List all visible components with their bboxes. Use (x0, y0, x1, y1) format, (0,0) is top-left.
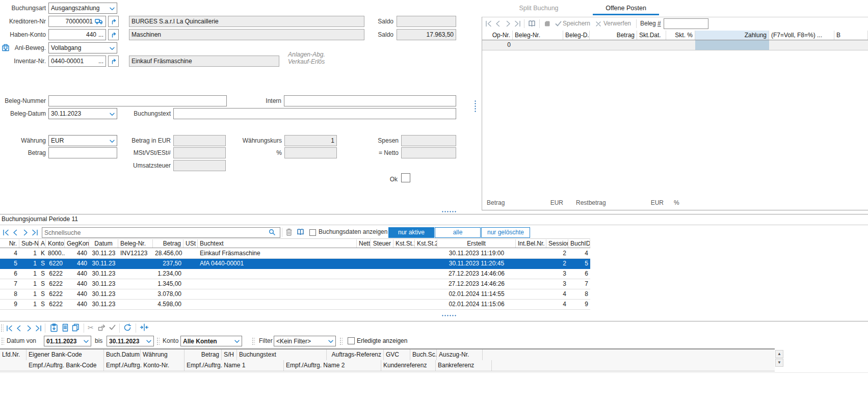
next-page-icon[interactable] (22, 229, 29, 236)
waehrung-select[interactable]: EUR (48, 135, 117, 146)
browse-dots[interactable]: ... (98, 56, 103, 66)
search-icon[interactable] (269, 229, 276, 236)
column-header[interactable]: Lfd.Nr. (0, 349, 27, 360)
chevron-down-icon[interactable] (84, 340, 89, 343)
paste-clipboard-icon[interactable] (50, 323, 58, 332)
ok-checkbox[interactable] (401, 173, 410, 182)
scrollbar-down-button[interactable]: ▼ (775, 359, 783, 367)
column-header[interactable]: Betrag (590, 31, 637, 40)
filter-nur-geloeschte-button[interactable]: nur gelöschte (481, 227, 530, 238)
speichern-button[interactable]: Speichern (563, 20, 590, 27)
chevron-down-icon[interactable] (110, 7, 115, 11)
column-header[interactable]: Int.Bel.Nr. (516, 239, 546, 248)
intern-input[interactable] (284, 95, 456, 106)
ledger-book-icon[interactable] (528, 20, 536, 27)
kreditoren-jump-button[interactable] (108, 16, 119, 27)
refresh-icon[interactable] (123, 323, 131, 332)
konto-select[interactable]: Alle Konten (180, 336, 242, 346)
column-header[interactable]: Währung (141, 349, 185, 360)
journal-row[interactable]: 71S622244030.11.231.345,0027.12.2023 14:… (0, 279, 590, 289)
haben-konto-jump-button[interactable] (108, 29, 119, 40)
scrollbar-up-button[interactable]: ▲ (775, 350, 783, 358)
cut-scissors-icon[interactable]: ✂ (88, 323, 94, 332)
tab-split-buchung[interactable]: Split Buchung (510, 3, 568, 13)
column-header[interactable]: Betrag (185, 349, 222, 360)
delete-trash-icon[interactable] (285, 228, 293, 236)
column-header[interactable]: Kst.St.1 (393, 239, 415, 248)
filter-nur-aktive-button[interactable]: nur aktive (388, 227, 434, 238)
chevron-down-icon[interactable] (234, 340, 240, 343)
attach-document-icon[interactable] (543, 20, 551, 27)
column-header[interactable]: B (834, 31, 868, 40)
save-check-icon[interactable] (555, 21, 562, 26)
filter-grip[interactable] (339, 337, 343, 345)
column-header[interactable]: Nr. (0, 239, 19, 248)
inventar-jump-button[interactable] (108, 56, 119, 67)
column-header[interactable]: Empf./Auftrg. Konto-Nr. (104, 360, 185, 371)
last-record-icon[interactable] (514, 20, 521, 27)
column-header[interactable]: Eigener Bank-Code (27, 349, 104, 360)
last-record-icon[interactable] (35, 325, 42, 332)
filter-select[interactable]: <Kein Filter> (274, 336, 336, 346)
column-header[interactable]: Beleg-D... (563, 31, 590, 40)
column-header[interactable]: Kst.St.2 (415, 239, 437, 248)
confirm-check-icon[interactable] (109, 325, 116, 330)
column-header[interactable]: Beleg-Nr. (513, 31, 563, 40)
beleg-nr-input[interactable] (664, 18, 708, 29)
anl-beweg-select[interactable]: Vollabgang (48, 42, 117, 53)
chevron-down-icon[interactable] (146, 340, 151, 343)
journal-book-icon[interactable] (297, 228, 304, 235)
column-header[interactable]: Buchungstext (237, 349, 327, 360)
previous-record-icon[interactable] (16, 325, 22, 332)
toolbar-grip[interactable] (1, 324, 4, 332)
next-record-icon[interactable] (25, 325, 32, 332)
next-record-icon[interactable] (505, 20, 511, 27)
offene-posten-row[interactable]: 0 (482, 40, 868, 50)
kreditoren-input[interactable]: 70000001 (48, 16, 106, 27)
column-header[interactable]: Skt.Dat. (637, 31, 666, 40)
column-header[interactable]: Beleg-Nr. (118, 239, 153, 248)
browse-dots[interactable]: ... (98, 30, 103, 40)
column-header[interactable]: GVC (384, 349, 410, 360)
column-header[interactable]: Buch.Sc... (410, 349, 437, 360)
split-view-icon[interactable] (140, 323, 149, 331)
journal-row[interactable]: 61S622244030.11.231.234,0027.12.2023 14:… (0, 269, 590, 279)
column-header[interactable]: Buchtext (198, 239, 357, 248)
journal-row[interactable]: 51S622044030.11.23237,50AfA 0440-0000130… (0, 259, 590, 269)
column-header[interactable]: SessionID (546, 239, 568, 248)
chevron-down-icon[interactable] (328, 340, 333, 343)
buchungsart-select[interactable]: Ausgangszahlung (48, 3, 117, 14)
column-header[interactable]: Empf./Auftrg. Bank-Code (27, 360, 104, 371)
erledigte-checkbox[interactable] (348, 337, 355, 344)
filter-alle-button[interactable]: alle (435, 227, 481, 238)
filter-grip[interactable] (156, 337, 160, 345)
column-header[interactable]: Buch.Datum (104, 349, 141, 360)
first-page-icon[interactable] (3, 229, 9, 236)
column-header[interactable]: Zahlung (695, 31, 769, 40)
column-header[interactable]: Datum (89, 239, 118, 248)
column-header[interactable]: USt (183, 239, 198, 248)
beleg-nummer-input[interactable] (48, 95, 227, 106)
buchungstext-input[interactable] (173, 108, 456, 119)
horizontal-splitter-handle[interactable] (441, 210, 457, 213)
search-input[interactable]: Schnellsuche (42, 227, 280, 238)
column-header[interactable]: Sub-Nr. (19, 239, 39, 248)
copy-icon[interactable] (72, 323, 80, 332)
previous-page-icon[interactable] (12, 229, 19, 236)
column-header[interactable]: Erstellt (437, 239, 516, 248)
journal-row[interactable]: 41K8000...44030.11.23INV1212328.456,00Ei… (0, 249, 590, 259)
column-header[interactable]: (F7=Voll, F8=%) ... (769, 31, 834, 40)
column-header[interactable]: Empf./Auftrg. Name 2 (284, 360, 381, 371)
column-header[interactable]: Konto (46, 239, 65, 248)
journal-row[interactable]: 91S622244030.11.234.598,0002.01.2024 11:… (0, 300, 590, 310)
vertical-splitter-handle[interactable] (474, 100, 477, 113)
chevron-down-icon[interactable] (110, 140, 115, 143)
column-header[interactable]: Kundenreferenz (381, 360, 436, 371)
chevron-down-icon[interactable] (110, 113, 115, 116)
previous-record-icon[interactable] (495, 20, 502, 27)
column-header[interactable]: Auszug-Nr. (437, 349, 483, 360)
column-header[interactable]: S/H (222, 349, 237, 360)
beleg-datum-select[interactable]: 30.11.2023 (48, 108, 117, 119)
column-header[interactable]: A (39, 239, 46, 248)
horizontal-splitter-handle-2[interactable] (441, 314, 457, 317)
